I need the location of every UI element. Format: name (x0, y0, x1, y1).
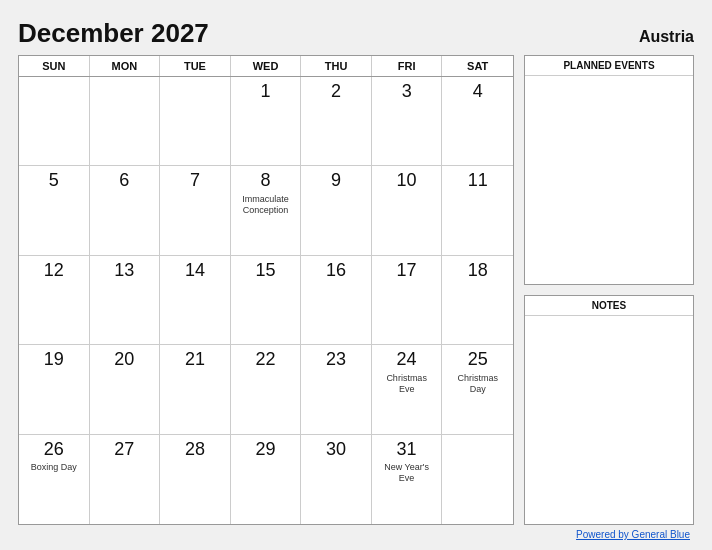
day-number: 24 (397, 349, 417, 371)
day-header: MON (90, 56, 161, 76)
notes-body (525, 316, 693, 524)
table-row: 8Immaculate Conception (231, 166, 302, 255)
table-row (90, 77, 161, 166)
day-number: 5 (49, 170, 59, 192)
powered-by-link[interactable]: Powered by General Blue (576, 529, 690, 540)
table-row: 7 (160, 166, 231, 255)
table-row: 15 (231, 256, 302, 345)
header: December 2027 Austria (18, 18, 694, 49)
table-row: 9 (301, 166, 372, 255)
planned-events-box: PLANNED EVENTS (524, 55, 694, 285)
day-header: WED (231, 56, 302, 76)
day-header: SUN (19, 56, 90, 76)
table-row: 17 (372, 256, 443, 345)
table-row: 5 (19, 166, 90, 255)
day-number: 22 (255, 349, 275, 371)
table-row: 31New Year's Eve (372, 435, 443, 524)
calendar: SUNMONTUEWEDTHUFRISAT 12345678Immaculate… (18, 55, 514, 525)
day-header: SAT (442, 56, 513, 76)
table-row: 22 (231, 345, 302, 434)
day-number: 21 (185, 349, 205, 371)
day-number: 17 (397, 260, 417, 282)
event-label: Christmas Day (448, 373, 507, 395)
day-number: 14 (185, 260, 205, 282)
day-number: 12 (44, 260, 64, 282)
main-area: SUNMONTUEWEDTHUFRISAT 12345678Immaculate… (18, 55, 694, 525)
day-number: 9 (331, 170, 341, 192)
event-label: New Year's Eve (384, 462, 429, 484)
table-row: 18 (442, 256, 513, 345)
table-row: 20 (90, 345, 161, 434)
planned-events-body (525, 76, 693, 284)
table-row: 3 (372, 77, 443, 166)
table-row: 16 (301, 256, 372, 345)
notes-header: NOTES (525, 296, 693, 316)
table-row: 25Christmas Day (442, 345, 513, 434)
day-number: 19 (44, 349, 64, 371)
planned-events-header: PLANNED EVENTS (525, 56, 693, 76)
day-number: 15 (255, 260, 275, 282)
day-number: 11 (468, 170, 488, 192)
day-number: 20 (114, 349, 134, 371)
day-header: TUE (160, 56, 231, 76)
day-number: 10 (397, 170, 417, 192)
table-row: 10 (372, 166, 443, 255)
calendar-grid: 12345678Immaculate Conception91011121314… (19, 77, 513, 524)
day-number: 7 (190, 170, 200, 192)
day-number: 18 (468, 260, 488, 282)
page: December 2027 Austria SUNMONTUEWEDTHUFRI… (0, 0, 712, 550)
day-number: 25 (468, 349, 488, 371)
day-header: FRI (372, 56, 443, 76)
event-label: Boxing Day (31, 462, 77, 473)
country-label: Austria (639, 28, 694, 46)
table-row: 30 (301, 435, 372, 524)
table-row: 21 (160, 345, 231, 434)
day-headers: SUNMONTUEWEDTHUFRISAT (19, 56, 513, 77)
day-number: 3 (402, 81, 412, 103)
table-row: 23 (301, 345, 372, 434)
day-number: 30 (326, 439, 346, 461)
day-number: 23 (326, 349, 346, 371)
table-row: 27 (90, 435, 161, 524)
table-row: 24Christmas Eve (372, 345, 443, 434)
table-row: 19 (19, 345, 90, 434)
day-number: 26 (44, 439, 64, 461)
day-number: 28 (185, 439, 205, 461)
table-row: 28 (160, 435, 231, 524)
table-row: 1 (231, 77, 302, 166)
table-row: 13 (90, 256, 161, 345)
event-label: Immaculate Conception (242, 194, 289, 216)
table-row: 11 (442, 166, 513, 255)
table-row: 14 (160, 256, 231, 345)
day-number: 1 (260, 81, 270, 103)
notes-box: NOTES (524, 295, 694, 525)
footer: Powered by General Blue (18, 529, 694, 540)
table-row (160, 77, 231, 166)
day-number: 13 (114, 260, 134, 282)
table-row (442, 435, 513, 524)
table-row: 4 (442, 77, 513, 166)
day-number: 2 (331, 81, 341, 103)
day-number: 4 (473, 81, 483, 103)
side-panel: PLANNED EVENTS NOTES (524, 55, 694, 525)
event-label: Christmas Eve (378, 373, 436, 395)
page-title: December 2027 (18, 18, 209, 49)
table-row (19, 77, 90, 166)
day-number: 6 (119, 170, 129, 192)
table-row: 2 (301, 77, 372, 166)
table-row: 12 (19, 256, 90, 345)
day-number: 31 (397, 439, 417, 461)
day-number: 27 (114, 439, 134, 461)
day-number: 29 (255, 439, 275, 461)
day-number: 8 (260, 170, 270, 192)
day-header: THU (301, 56, 372, 76)
table-row: 26Boxing Day (19, 435, 90, 524)
table-row: 6 (90, 166, 161, 255)
table-row: 29 (231, 435, 302, 524)
day-number: 16 (326, 260, 346, 282)
